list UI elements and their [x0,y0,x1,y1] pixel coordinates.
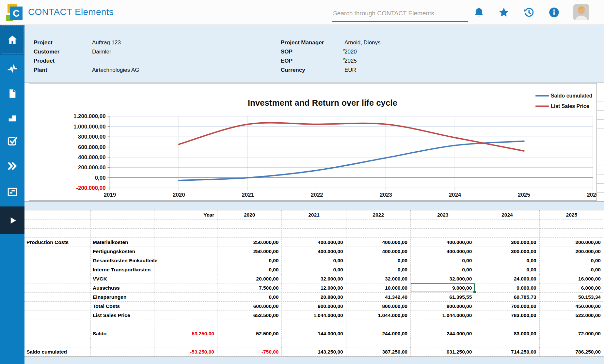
value-cell[interactable]: 0,00 [346,265,411,274]
app-logo-icon[interactable]: C [6,4,24,21]
table-cell[interactable] [154,265,217,274]
value-cell[interactable]: 400.000,00 [282,238,346,247]
table-cell[interactable] [282,320,346,329]
value-cell[interactable]: 52.500,00 [217,329,282,338]
value-cell[interactable]: 700.000,00 [475,302,539,311]
row-label[interactable]: VVGK [91,274,154,283]
value-cell[interactable]: 61.395,55 [411,293,475,302]
value-cell[interactable]: 0,00 [475,265,539,274]
value-cell[interactable]: 900.000,00 [282,302,346,311]
row-label[interactable]: Saldo [91,329,154,338]
value-cell[interactable]: 50.153,34 [540,293,604,302]
table-cell[interactable] [24,247,91,256]
value-cell[interactable]: 400.000,00 [282,247,346,256]
value-cell[interactable]: 400.000,00 [411,238,475,247]
value-cell[interactable]: 800.000,00 [411,302,475,311]
value-cell[interactable]: 1.044.000,00 [282,311,346,320]
table-cell[interactable] [411,229,475,238]
value-cell[interactable]: 400.000,00 [411,247,475,256]
value-cell[interactable]: 0,00 [475,256,539,265]
value-cell[interactable]: 6.000,00 [540,283,604,293]
row-label[interactable]: Gesamtkosten Einkaufteile [91,256,154,265]
table-cell[interactable] [154,229,217,238]
sidebar-item-panel[interactable] [0,181,24,202]
table-cell[interactable] [346,220,411,229]
value-cell[interactable]: 72.000,00 [540,329,604,338]
table-cell[interactable] [282,229,346,238]
table-cell[interactable] [91,210,154,220]
table-cell[interactable] [475,338,539,347]
table-cell[interactable] [540,320,604,329]
value-cell[interactable]: 60.785,73 [475,293,539,302]
info-value-project-manager[interactable]: Arnold, Dionys [344,38,381,47]
info-value-plant[interactable]: Airtechnologies AG [92,66,139,74]
table-cell[interactable] [154,338,217,347]
value-cell[interactable]: 143.250,00 [282,347,346,356]
table-cell[interactable] [411,338,475,347]
bell-icon[interactable] [473,7,485,18]
value-cell[interactable]: 786.250,00 [540,347,604,356]
value-cell[interactable]: 714.250,00 [475,347,539,356]
value-cell[interactable]: 0,00 [540,256,604,265]
value-cell[interactable]: 200.000,00 [540,247,604,256]
value-cell[interactable]: 400.000,00 [346,247,411,256]
value-cell[interactable]: 387.250,00 [346,347,411,356]
selected-cell[interactable]: 9.000,00 [411,283,475,293]
year-column-header[interactable]: 2023 [411,210,475,220]
info-icon[interactable] [548,7,560,18]
value-cell[interactable]: -750,00 [217,347,282,356]
table-cell[interactable] [154,274,217,283]
value-cell[interactable]: 24.000,00 [475,274,539,283]
year-column-header[interactable]: 2022 [346,210,411,220]
table-cell[interactable] [411,220,475,229]
year-column-header[interactable]: 2020 [217,210,282,220]
value-cell[interactable]: 0,00 [217,265,282,274]
row-label[interactable]: List Sales Price [91,311,154,320]
search-input[interactable] [332,6,468,22]
table-cell[interactable] [346,338,411,347]
table-cell[interactable] [91,338,154,347]
row-group-label[interactable]: Saldo cumulated [24,347,91,356]
sidebar-item-documents[interactable] [0,83,24,104]
value-cell[interactable]: 522.000,00 [540,311,604,320]
year-column-header[interactable]: 2024 [475,210,539,220]
table-cell[interactable] [24,220,91,229]
value-cell[interactable]: 16.000,00 [540,274,604,283]
sidebar-item-activity[interactable] [0,58,24,79]
value-cell[interactable]: 41.342,40 [346,293,411,302]
value-cell[interactable]: 200.000,00 [540,238,604,247]
row-label[interactable]: Interne Transportkosten [91,265,154,274]
table-cell[interactable] [217,338,282,347]
user-avatar[interactable] [573,4,589,20]
row-label[interactable]: Einsparungen [91,293,154,302]
year-column-header[interactable]: 2025 [540,210,604,220]
info-value-currency[interactable]: EUR [344,66,356,74]
table-cell[interactable] [154,302,217,311]
row-label[interactable]: Materialkosten [91,238,154,247]
table-cell[interactable] [24,256,91,265]
table-cell[interactable] [24,338,91,347]
table-cell[interactable] [540,229,604,238]
info-value-sop[interactable]: 2020 [344,49,357,55]
table-cell[interactable] [154,238,217,247]
value-cell[interactable]: 20.880,00 [282,293,346,302]
table-cell[interactable] [91,220,154,229]
table-cell[interactable] [24,229,91,238]
value-cell[interactable]: 244.000,00 [346,329,411,338]
value-cell[interactable]: 1.044.000,00 [411,311,475,320]
table-cell[interactable] [154,283,217,293]
table-cell[interactable] [24,283,91,293]
table-cell[interactable] [24,329,91,338]
value-cell[interactable]: 10.000,00 [346,283,411,293]
value-cell[interactable]: 1.044.000,00 [346,311,411,320]
table-cell[interactable] [346,320,411,329]
value-cell[interactable]: 12.000,00 [282,283,346,293]
value-cell[interactable]: 0,00 [282,265,346,274]
value-cell[interactable]: 0,00 [540,265,604,274]
table-cell[interactable] [24,311,91,320]
value-cell[interactable]: 250.000,00 [217,247,282,256]
table-cell[interactable] [154,220,217,229]
table-cell[interactable] [154,311,217,320]
table-cell[interactable] [282,220,346,229]
value-cell[interactable]: 144.000,00 [282,329,346,338]
